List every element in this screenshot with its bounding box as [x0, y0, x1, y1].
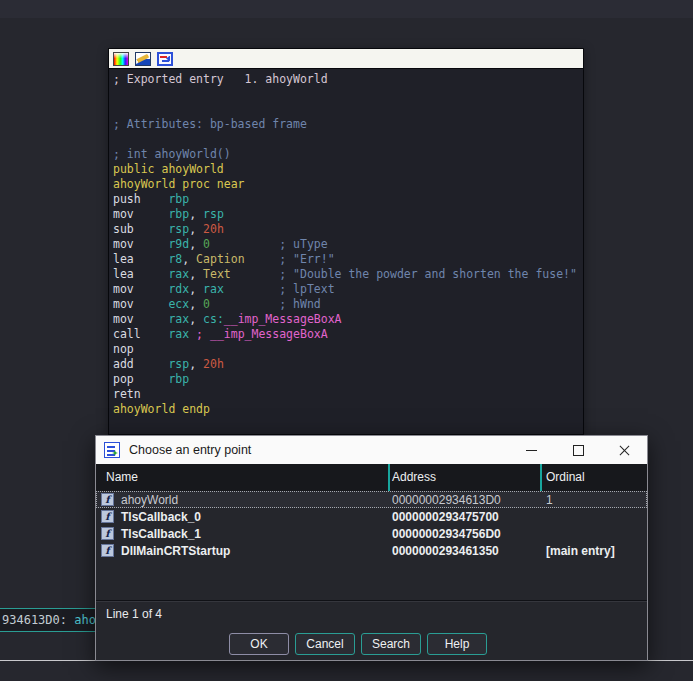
cell-ord: 1: [546, 493, 553, 507]
cancel-button[interactable]: Cancel: [295, 633, 355, 655]
code-line[interactable]: lea rax, Text ; "Double the powder and s…: [113, 267, 583, 282]
status-address: 934613D0:: [2, 613, 67, 627]
code-line[interactable]: ahoyWorld proc near: [113, 177, 583, 192]
window-controls: [509, 436, 647, 464]
cell-ord: [main entry]: [546, 544, 615, 558]
code-line[interactable]: retn: [113, 387, 583, 402]
column-header-address[interactable]: Address: [392, 470, 436, 484]
dialog-titlebar[interactable]: Choose an entry point: [96, 436, 647, 464]
function-f-icon: f: [101, 544, 114, 557]
pencil-edit-icon[interactable]: [135, 52, 151, 66]
desktop-top-band: [0, 0, 693, 18]
entry-list-icon: [104, 442, 120, 458]
cell-addr: 00000002934613D0: [392, 493, 501, 507]
code-line[interactable]: [113, 102, 583, 117]
table-row[interactable]: fTlsCallback_100000002934756D0: [96, 525, 647, 542]
column-separator[interactable]: [388, 464, 390, 491]
disassembly-window: ; Exported entry 1. ahoyWorld ; Attribut…: [108, 48, 584, 435]
code-line[interactable]: add rsp, 20h: [113, 357, 583, 372]
code-line[interactable]: nop: [113, 342, 583, 357]
code-line[interactable]: ; int ahoyWorld(): [113, 147, 583, 162]
cell-addr: 0000000293475700: [392, 510, 499, 524]
code-line[interactable]: pop rbp: [113, 372, 583, 387]
desktop: ; Exported entry 1. ahoyWorld ; Attribut…: [0, 0, 693, 681]
table-row[interactable]: fahoyWorld00000002934613D01: [96, 491, 647, 508]
code-line[interactable]: call rax ; __imp_MessageBoxA: [113, 327, 583, 342]
cell-name: TlsCallback_0: [121, 510, 201, 524]
code-line[interactable]: mov rax, cs:__imp_MessageBoxA: [113, 312, 583, 327]
column-header-name[interactable]: Name: [106, 470, 138, 484]
code-line[interactable]: push rbp: [113, 192, 583, 207]
dialog-buttons: OKCancelSearchHelp: [229, 633, 487, 655]
cell-name: TlsCallback_1: [121, 527, 201, 541]
table-row[interactable]: fTlsCallback_00000000293475700: [96, 508, 647, 525]
function-f-icon: f: [101, 493, 114, 506]
table-row[interactable]: fDllMainCRTStartup0000000293461350[main …: [96, 542, 647, 559]
function-f-icon: f: [101, 527, 114, 540]
code-line[interactable]: mov rdx, rax ; lpText: [113, 282, 583, 297]
table-header: NameAddressOrdinal: [96, 464, 647, 491]
close-icon[interactable]: [601, 436, 647, 464]
table-body: fahoyWorld00000002934613D01fTlsCallback_…: [96, 491, 647, 600]
column-separator[interactable]: [540, 464, 542, 491]
disassembly-code: ; Exported entry 1. ahoyWorld ; Attribut…: [109, 69, 583, 417]
code-line[interactable]: [113, 132, 583, 147]
code-line[interactable]: lea r8, Caption ; "Err!": [113, 252, 583, 267]
palette-icon[interactable]: [113, 52, 129, 66]
code-line[interactable]: [113, 87, 583, 102]
column-header-ordinal[interactable]: Ordinal: [546, 470, 585, 484]
cell-addr: 00000002934756D0: [392, 527, 501, 541]
entry-point-dialog: Choose an entry point NameAddressOrdinal…: [95, 435, 648, 661]
cell-name: ahoyWorld: [121, 493, 178, 507]
code-line[interactable]: mov r9d, 0 ; uType: [113, 237, 583, 252]
code-line[interactable]: sub rsp, 20h: [113, 222, 583, 237]
code-line[interactable]: ; Exported entry 1. ahoyWorld: [113, 72, 583, 87]
ok-button[interactable]: OK: [229, 633, 289, 655]
jump-arrows-icon[interactable]: [157, 52, 173, 66]
maximize-icon[interactable]: [555, 436, 601, 464]
cell-name: DllMainCRTStartup: [121, 544, 230, 558]
search-button[interactable]: Search: [361, 633, 421, 655]
dialog-divider: [96, 600, 647, 602]
disassembly-toolbar: [109, 49, 583, 69]
dialog-title: Choose an entry point: [129, 443, 251, 457]
code-line[interactable]: public ahoyWorld: [113, 162, 583, 177]
minimize-icon[interactable]: [509, 436, 555, 464]
cell-addr: 0000000293461350: [392, 544, 499, 558]
code-line[interactable]: mov ecx, 0 ; hWnd: [113, 297, 583, 312]
code-line[interactable]: ; Attributes: bp-based frame: [113, 117, 583, 132]
function-f-icon: f: [101, 510, 114, 523]
code-line[interactable]: ahoyWorld endp: [113, 402, 583, 417]
help-button[interactable]: Help: [427, 633, 487, 655]
line-count-status: Line 1 of 4: [106, 607, 162, 621]
code-line[interactable]: mov rbp, rsp: [113, 207, 583, 222]
